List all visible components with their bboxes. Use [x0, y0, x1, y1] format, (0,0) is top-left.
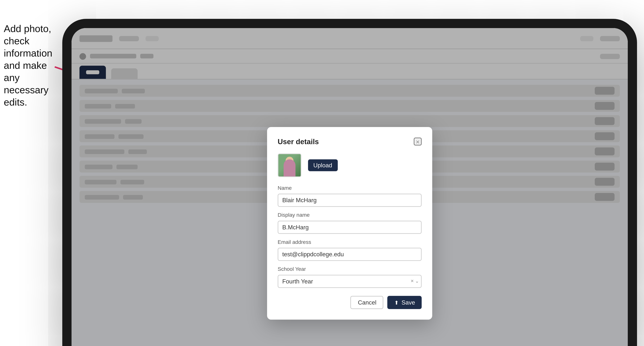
modal-buttons: Cancel ⬆ Save: [278, 296, 422, 309]
email-input[interactable]: [278, 248, 422, 261]
photo-section: Upload: [278, 153, 422, 177]
upload-photo-button[interactable]: Upload: [308, 160, 338, 171]
user-photo-thumb: [278, 153, 302, 177]
name-label: Name: [278, 185, 422, 191]
school-year-input[interactable]: [278, 275, 422, 288]
modal-title: User details: [278, 138, 319, 146]
photo-body: [284, 160, 296, 176]
school-year-label: School Year: [278, 266, 422, 272]
save-button[interactable]: ⬆ Save: [388, 296, 422, 309]
modal-close-button[interactable]: ×: [414, 138, 422, 146]
email-label: Email address: [278, 239, 422, 245]
display-name-field-group: Display name: [278, 212, 422, 234]
display-name-input[interactable]: [278, 221, 422, 234]
chevron-down-icon[interactable]: ⌄: [415, 279, 419, 283]
cancel-button[interactable]: Cancel: [351, 296, 384, 309]
user-details-modal: User details × Upload Name: [267, 127, 432, 320]
tablet-screen: User details × Upload Name: [72, 28, 628, 346]
school-year-field-group: School Year × ⌄: [278, 266, 422, 288]
name-field-group: Name: [278, 185, 422, 207]
annotation-left: Add photo, check information and make an…: [4, 23, 56, 108]
school-year-select-wrapper: × ⌄: [278, 274, 422, 288]
select-icons: × ⌄: [411, 278, 419, 284]
display-name-label: Display name: [278, 212, 422, 218]
name-input[interactable]: [278, 194, 422, 207]
app-background: User details × Upload Name: [72, 28, 628, 346]
modal-overlay: User details × Upload Name: [72, 28, 628, 346]
tablet-device: User details × Upload Name: [62, 19, 637, 346]
modal-header: User details ×: [278, 138, 422, 146]
email-field-group: Email address: [278, 239, 422, 261]
save-icon: ⬆: [394, 300, 399, 306]
clear-icon[interactable]: ×: [411, 278, 414, 284]
save-label: Save: [402, 299, 415, 306]
